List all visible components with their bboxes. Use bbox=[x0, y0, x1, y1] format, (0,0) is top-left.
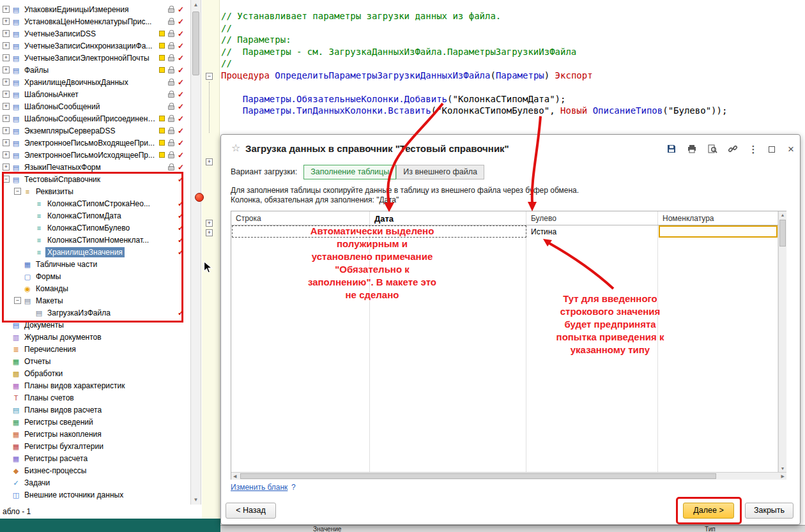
tree-item[interactable]: ▦Регистры бухгалтерии bbox=[0, 440, 190, 452]
tree-item[interactable]: ТПланы счетов bbox=[0, 391, 190, 404]
code-fold-expand-icon[interactable]: + bbox=[206, 220, 213, 227]
tree-item[interactable]: +▤ЭлектронноеПисьмоИсходящееПр...✓ bbox=[0, 149, 190, 161]
tree-item[interactable]: −≡Реквизиты bbox=[0, 185, 190, 197]
expand-icon[interactable]: + bbox=[3, 42, 10, 49]
expand-icon[interactable]: + bbox=[3, 79, 10, 86]
link-icon[interactable] bbox=[726, 144, 740, 156]
expand-icon[interactable]: + bbox=[3, 18, 10, 25]
tab-external-file[interactable]: Из внешнего файла bbox=[396, 165, 484, 179]
expand-icon[interactable]: + bbox=[3, 66, 10, 73]
tree-item[interactable]: −▤ТестовыйСправочник✓ bbox=[0, 173, 190, 185]
expander-spacer bbox=[26, 224, 33, 231]
tab-fill-table[interactable]: Заполнение таблицы bbox=[303, 165, 396, 179]
tree-item[interactable]: ▦Регистры расчета bbox=[0, 452, 190, 464]
scroll-left-icon[interactable]: ◀ bbox=[233, 473, 236, 480]
tree-item[interactable]: ◫Внешние источники данных bbox=[0, 489, 190, 501]
tree-item[interactable]: +▤ЭкземплярыСервераDSS✓ bbox=[0, 125, 190, 137]
tree-item[interactable]: ▩Обработки bbox=[0, 367, 190, 379]
expand-icon[interactable]: + bbox=[3, 91, 10, 98]
scroll-down-icon[interactable]: ▼ bbox=[779, 466, 786, 471]
next-button[interactable]: Далее > bbox=[683, 503, 734, 519]
tree-item[interactable]: ◆Бизнес-процессы bbox=[0, 464, 190, 476]
tree-item[interactable]: ▥Журналы документов bbox=[0, 331, 190, 343]
expand-icon[interactable]: + bbox=[3, 54, 10, 61]
tree-item[interactable]: +▤ЯзыкиПечатныхФорм✓ bbox=[0, 161, 190, 173]
tree-item[interactable]: ▢Формы bbox=[0, 270, 190, 282]
expand-icon[interactable]: + bbox=[3, 30, 10, 37]
code-fold-expand-icon[interactable]: + bbox=[206, 229, 213, 236]
save-icon[interactable] bbox=[664, 144, 678, 156]
tree-item-label: Макеты bbox=[34, 296, 65, 306]
close-icon[interactable]: × bbox=[784, 144, 798, 156]
tree-item[interactable]: ≡КолонкаСТипомДата✓ bbox=[0, 209, 190, 222]
collapse-icon[interactable]: − bbox=[3, 176, 10, 183]
print-icon[interactable] bbox=[685, 144, 699, 156]
tree-item[interactable]: ◉Команды bbox=[0, 282, 190, 294]
table-vertical-scrollbar[interactable]: ▲ ▼ bbox=[778, 211, 786, 472]
scrollbar-thumb[interactable] bbox=[779, 220, 786, 247]
scroll-up-icon[interactable]: ▲ bbox=[779, 213, 786, 217]
expand-icon[interactable]: + bbox=[3, 103, 10, 110]
more-menu-icon[interactable]: ⋮ bbox=[746, 144, 760, 156]
collapse-icon[interactable]: − bbox=[14, 188, 21, 195]
table-horizontal-scrollbar[interactable]: ◀ ▶ bbox=[231, 472, 786, 480]
tree-item[interactable]: +▤УпаковкиЕдиницыИзмерения✓ bbox=[0, 3, 190, 15]
tree-item[interactable]: +▤ШаблоныАнкет✓ bbox=[0, 88, 190, 100]
expand-icon[interactable]: + bbox=[3, 127, 10, 134]
tree-item[interactable]: +▤УстановкаЦенНоменклатурыПрис...✓ bbox=[0, 15, 190, 27]
tree-item[interactable]: +▤ЭлектронноеПисьмоВходящееПри...✓ bbox=[0, 137, 190, 149]
tree-item[interactable]: ▦Регистры накопления bbox=[0, 428, 190, 440]
scroll-right-icon[interactable]: ▶ bbox=[781, 473, 785, 480]
tree-item-label: Бизнес-процессы bbox=[22, 466, 88, 476]
help-question-mark[interactable]: ? bbox=[291, 483, 296, 492]
expand-icon[interactable]: + bbox=[3, 6, 10, 13]
tree-item[interactable]: +▤УчетныеЗаписиЭлектроннойПочты✓ bbox=[0, 52, 190, 64]
scroll-up-icon[interactable]: ▲ bbox=[191, 2, 201, 8]
back-button[interactable]: < Назад bbox=[226, 503, 276, 519]
tree-item[interactable]: ≣Перечисления bbox=[0, 343, 190, 355]
tablo-tab[interactable]: абло - 1 bbox=[3, 507, 31, 516]
tree-item[interactable]: ▦Регистры сведений bbox=[0, 416, 190, 428]
tree-item[interactable]: ≡КолонкаСТипомНоменклат...✓ bbox=[0, 234, 190, 246]
tree-item[interactable]: ≡ХранилищеЗначения✓ bbox=[0, 246, 190, 258]
tree-item-label: Файлы bbox=[22, 65, 50, 75]
scroll-down-icon[interactable]: ▼ bbox=[191, 497, 201, 503]
tree-item[interactable]: +▤ШаблоныСообщений✓ bbox=[0, 100, 190, 112]
preview-search-icon[interactable] bbox=[705, 144, 719, 156]
tree-item[interactable]: ▤ЗагрузкаИзФайла✓ bbox=[0, 307, 190, 319]
code-fold-collapse-icon[interactable]: − bbox=[206, 73, 213, 80]
tree-item[interactable]: ≡КолонкаСТипомСтрокаНео...✓ bbox=[0, 197, 190, 209]
breakpoint-marker[interactable] bbox=[195, 193, 204, 202]
close-button[interactable]: Закрыть bbox=[745, 503, 793, 519]
maximize-icon[interactable] bbox=[765, 144, 779, 156]
catalog-icon: ▤ bbox=[12, 5, 20, 14]
tree-item[interactable]: ▦Планы видов характеристик bbox=[0, 379, 190, 391]
active-edit-cell[interactable] bbox=[659, 225, 778, 238]
tree-item[interactable]: ≡КолонкаСТипомБулево✓ bbox=[0, 222, 190, 234]
tree-item[interactable]: +▤УчетныеЗаписиСинхронизацииФа...✓ bbox=[0, 40, 190, 52]
edit-form-link[interactable]: Изменить бланк bbox=[231, 483, 288, 492]
tree-item-label: ЭлектронноеПисьмоИсходящееПр... bbox=[22, 150, 157, 160]
expand-icon[interactable]: + bbox=[3, 139, 10, 146]
table-cell-bulevo-value[interactable]: Истина bbox=[531, 227, 556, 236]
expand-icon[interactable]: + bbox=[3, 151, 10, 158]
favorite-star-icon[interactable]: ☆ bbox=[231, 142, 240, 154]
tree-item-label: ХранилищеЗначения bbox=[45, 247, 125, 257]
expand-icon[interactable]: + bbox=[3, 115, 10, 122]
code-fold-expand-icon[interactable]: + bbox=[206, 158, 213, 165]
tree-item[interactable]: ▦Отчеты bbox=[0, 355, 190, 367]
tree-item[interactable]: +▤Файлы✓ bbox=[0, 64, 190, 76]
tree-item[interactable]: +▤ХранилищеДвоичныхДанных✓ bbox=[0, 76, 190, 88]
tree-item[interactable]: ✓Задачи bbox=[0, 476, 190, 489]
tree-item[interactable]: ▤Планы видов расчета bbox=[0, 404, 190, 416]
tree-item[interactable]: +▤УчетныеЗаписиDSS✓ bbox=[0, 27, 190, 40]
expand-icon[interactable]: + bbox=[3, 163, 10, 171]
tree-item[interactable]: +▤ШаблоныСообщенийПрисоединенн...✓ bbox=[0, 112, 190, 125]
scrollbar-thumb[interactable] bbox=[240, 473, 716, 479]
collapse-icon[interactable]: − bbox=[14, 297, 21, 304]
tree-item[interactable]: −▤Макеты bbox=[0, 294, 190, 307]
tree-item[interactable]: ▤Документы bbox=[0, 319, 190, 331]
tree-vertical-scrollbar[interactable]: ▲ ▼ bbox=[190, 0, 201, 505]
scrollbar-thumb[interactable] bbox=[192, 11, 199, 75]
tree-item[interactable]: ▦Табличные части bbox=[0, 258, 190, 270]
